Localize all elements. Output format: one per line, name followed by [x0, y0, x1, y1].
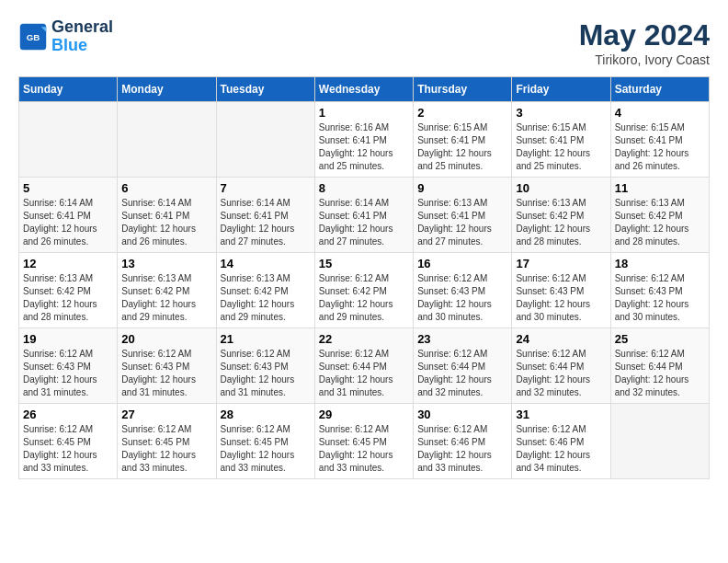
day-header: Tuesday — [216, 77, 314, 102]
day-number: 21 — [221, 332, 311, 346]
day-header: Friday — [512, 77, 610, 102]
page-header: GB General Blue May 2024 Tirikoro, Ivory… — [18, 18, 710, 67]
day-info: Sunrise: 6:13 AMSunset: 6:42 PMDaylight:… — [615, 197, 705, 248]
day-info: Sunrise: 6:13 AMSunset: 6:42 PMDaylight:… — [221, 272, 311, 324]
logo-text: General Blue — [51, 18, 113, 55]
day-number: 25 — [615, 332, 705, 346]
calendar-day-cell: 24Sunrise: 6:12 AMSunset: 6:44 PMDayligh… — [512, 328, 610, 404]
calendar-day-cell: 17Sunrise: 6:12 AMSunset: 6:43 PMDayligh… — [512, 253, 610, 328]
calendar-day-cell: 12Sunrise: 6:13 AMSunset: 6:42 PMDayligh… — [19, 253, 118, 328]
calendar-day-cell: 9Sunrise: 6:13 AMSunset: 6:41 PMDaylight… — [414, 178, 512, 253]
day-number: 17 — [516, 257, 606, 270]
day-info: Sunrise: 6:12 AMSunset: 6:45 PMDaylight:… — [23, 423, 113, 475]
calendar-day-cell: 26Sunrise: 6:12 AMSunset: 6:45 PMDayligh… — [19, 404, 118, 479]
calendar-day-cell: 1Sunrise: 6:16 AMSunset: 6:41 PMDaylight… — [314, 102, 413, 178]
calendar-body: 1Sunrise: 6:16 AMSunset: 6:41 PMDaylight… — [19, 102, 710, 479]
day-info: Sunrise: 6:15 AMSunset: 6:41 PMDaylight:… — [417, 121, 507, 173]
calendar-day-cell — [216, 102, 314, 178]
calendar-table: SundayMondayTuesdayWednesdayThursdayFrid… — [18, 76, 710, 479]
calendar-day-cell: 5Sunrise: 6:14 AMSunset: 6:41 PMDaylight… — [19, 178, 118, 253]
day-number: 31 — [516, 408, 606, 421]
day-number: 6 — [121, 181, 211, 195]
calendar-week-row: 5Sunrise: 6:14 AMSunset: 6:41 PMDaylight… — [19, 178, 710, 253]
calendar-day-cell: 8Sunrise: 6:14 AMSunset: 6:41 PMDaylight… — [314, 178, 413, 253]
day-number: 4 — [615, 106, 705, 120]
calendar-day-cell — [19, 102, 118, 178]
month-year: May 2024 — [579, 18, 710, 52]
day-info: Sunrise: 6:16 AMSunset: 6:41 PMDaylight:… — [319, 121, 409, 173]
day-info: Sunrise: 6:14 AMSunset: 6:41 PMDaylight:… — [319, 197, 409, 248]
header-row: SundayMondayTuesdayWednesdayThursdayFrid… — [19, 77, 710, 102]
day-number: 1 — [319, 106, 409, 120]
day-number: 2 — [417, 106, 507, 120]
calendar-day-cell: 30Sunrise: 6:12 AMSunset: 6:46 PMDayligh… — [414, 404, 512, 479]
day-number: 11 — [615, 181, 705, 195]
day-info: Sunrise: 6:15 AMSunset: 6:41 PMDaylight:… — [516, 121, 606, 173]
calendar-day-cell: 21Sunrise: 6:12 AMSunset: 6:43 PMDayligh… — [216, 328, 314, 404]
calendar-day-cell: 13Sunrise: 6:13 AMSunset: 6:42 PMDayligh… — [118, 253, 216, 328]
calendar-week-row: 12Sunrise: 6:13 AMSunset: 6:42 PMDayligh… — [19, 253, 710, 328]
calendar-header: SundayMondayTuesdayWednesdayThursdayFrid… — [19, 77, 710, 102]
day-info: Sunrise: 6:13 AMSunset: 6:41 PMDaylight:… — [417, 197, 507, 248]
day-number: 16 — [417, 257, 507, 270]
day-number: 15 — [319, 257, 409, 270]
day-number: 28 — [221, 408, 311, 421]
calendar-day-cell: 28Sunrise: 6:12 AMSunset: 6:45 PMDayligh… — [216, 404, 314, 479]
day-header: Sunday — [19, 77, 118, 102]
calendar-day-cell: 11Sunrise: 6:13 AMSunset: 6:42 PMDayligh… — [610, 178, 709, 253]
day-number: 13 — [121, 257, 211, 270]
day-number: 24 — [516, 332, 606, 346]
day-info: Sunrise: 6:12 AMSunset: 6:43 PMDaylight:… — [615, 272, 705, 324]
day-info: Sunrise: 6:12 AMSunset: 6:43 PMDaylight:… — [417, 272, 507, 324]
calendar-day-cell: 23Sunrise: 6:12 AMSunset: 6:44 PMDayligh… — [414, 328, 512, 404]
day-info: Sunrise: 6:12 AMSunset: 6:43 PMDaylight:… — [121, 348, 211, 399]
day-header: Thursday — [414, 77, 512, 102]
logo-icon: GB — [18, 22, 48, 52]
day-info: Sunrise: 6:12 AMSunset: 6:44 PMDaylight:… — [615, 348, 705, 399]
calendar-day-cell: 19Sunrise: 6:12 AMSunset: 6:43 PMDayligh… — [19, 328, 118, 404]
day-info: Sunrise: 6:14 AMSunset: 6:41 PMDaylight:… — [221, 197, 311, 248]
day-number: 8 — [319, 181, 409, 195]
day-info: Sunrise: 6:12 AMSunset: 6:45 PMDaylight:… — [319, 423, 409, 475]
calendar-day-cell: 27Sunrise: 6:12 AMSunset: 6:45 PMDayligh… — [118, 404, 216, 479]
logo: GB General Blue — [18, 18, 113, 55]
day-info: Sunrise: 6:12 AMSunset: 6:45 PMDaylight:… — [121, 423, 211, 475]
day-info: Sunrise: 6:12 AMSunset: 6:45 PMDaylight:… — [221, 423, 311, 475]
calendar-day-cell: 25Sunrise: 6:12 AMSunset: 6:44 PMDayligh… — [610, 328, 709, 404]
calendar-day-cell: 15Sunrise: 6:12 AMSunset: 6:42 PMDayligh… — [314, 253, 413, 328]
day-info: Sunrise: 6:15 AMSunset: 6:41 PMDaylight:… — [615, 121, 705, 173]
title-block: May 2024 Tirikoro, Ivory Coast — [579, 18, 710, 67]
day-info: Sunrise: 6:14 AMSunset: 6:41 PMDaylight:… — [23, 197, 113, 248]
calendar-day-cell: 14Sunrise: 6:13 AMSunset: 6:42 PMDayligh… — [216, 253, 314, 328]
day-info: Sunrise: 6:12 AMSunset: 6:44 PMDaylight:… — [516, 348, 606, 399]
day-number: 10 — [516, 181, 606, 195]
day-number: 3 — [516, 106, 606, 120]
day-info: Sunrise: 6:12 AMSunset: 6:44 PMDaylight:… — [319, 348, 409, 399]
day-info: Sunrise: 6:12 AMSunset: 6:44 PMDaylight:… — [417, 348, 507, 399]
day-info: Sunrise: 6:12 AMSunset: 6:46 PMDaylight:… — [417, 423, 507, 475]
calendar-day-cell: 22Sunrise: 6:12 AMSunset: 6:44 PMDayligh… — [314, 328, 413, 404]
calendar-day-cell: 2Sunrise: 6:15 AMSunset: 6:41 PMDaylight… — [414, 102, 512, 178]
calendar-day-cell: 6Sunrise: 6:14 AMSunset: 6:41 PMDaylight… — [118, 178, 216, 253]
day-info: Sunrise: 6:14 AMSunset: 6:41 PMDaylight:… — [121, 197, 211, 248]
day-number: 7 — [221, 181, 311, 195]
day-info: Sunrise: 6:13 AMSunset: 6:42 PMDaylight:… — [516, 197, 606, 248]
day-header: Wednesday — [314, 77, 413, 102]
calendar-week-row: 26Sunrise: 6:12 AMSunset: 6:45 PMDayligh… — [19, 404, 710, 479]
day-number: 29 — [319, 408, 409, 421]
day-number: 27 — [121, 408, 211, 421]
day-number: 5 — [23, 181, 113, 195]
day-number: 18 — [615, 257, 705, 270]
day-info: Sunrise: 6:12 AMSunset: 6:43 PMDaylight:… — [516, 272, 606, 324]
calendar-day-cell: 10Sunrise: 6:13 AMSunset: 6:42 PMDayligh… — [512, 178, 610, 253]
day-info: Sunrise: 6:13 AMSunset: 6:42 PMDaylight:… — [23, 272, 113, 324]
day-info: Sunrise: 6:12 AMSunset: 6:43 PMDaylight:… — [23, 348, 113, 399]
calendar-day-cell: 20Sunrise: 6:12 AMSunset: 6:43 PMDayligh… — [118, 328, 216, 404]
calendar-day-cell: 7Sunrise: 6:14 AMSunset: 6:41 PMDaylight… — [216, 178, 314, 253]
day-info: Sunrise: 6:13 AMSunset: 6:42 PMDaylight:… — [121, 272, 211, 324]
location: Tirikoro, Ivory Coast — [579, 52, 710, 67]
day-number: 14 — [221, 257, 311, 270]
calendar-day-cell — [610, 404, 709, 479]
day-number: 23 — [417, 332, 507, 346]
svg-text:GB: GB — [27, 31, 40, 41]
